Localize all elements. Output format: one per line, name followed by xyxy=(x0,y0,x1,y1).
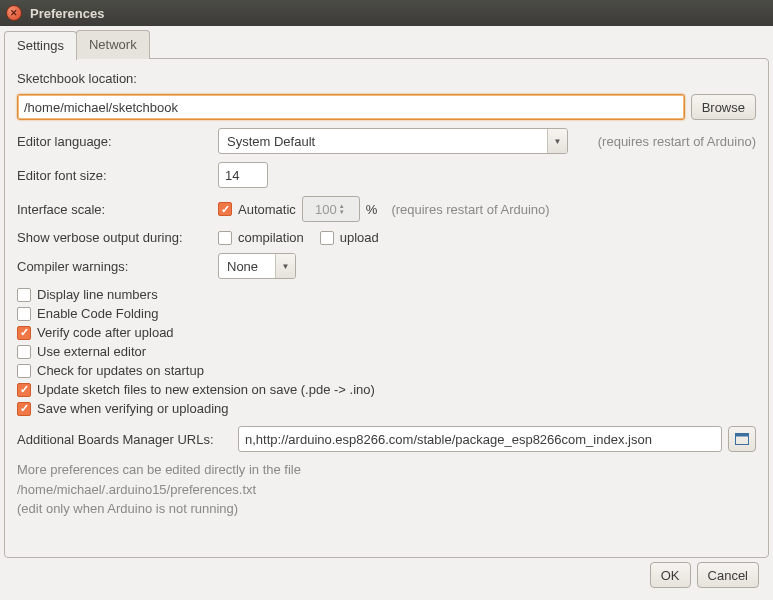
check-updates-checkbox[interactable]: Check for updates on startup xyxy=(17,363,204,378)
close-icon[interactable]: ✕ xyxy=(6,5,22,21)
chevron-down-icon: ▼ xyxy=(547,129,567,153)
editor-font-size-input[interactable] xyxy=(218,162,268,188)
sketchbook-path-input[interactable] xyxy=(17,94,685,120)
use-external-editor-checkbox[interactable]: Use external editor xyxy=(17,344,146,359)
window-icon xyxy=(735,433,749,445)
label-editor-language: Editor language: xyxy=(17,134,212,149)
browse-button[interactable]: Browse xyxy=(691,94,756,120)
label-additional-urls: Additional Boards Manager URLs: xyxy=(17,432,232,447)
pct-label: % xyxy=(366,202,378,217)
verify-after-upload-checkbox[interactable]: Verify code after upload xyxy=(17,325,174,340)
display-line-numbers-checkbox[interactable]: Display line numbers xyxy=(17,287,158,302)
hint-restart-lang: (requires restart of Arduino) xyxy=(598,134,756,149)
interface-scale-spinner[interactable]: ▲▼ xyxy=(302,196,360,222)
label-editor-font: Editor font size: xyxy=(17,168,212,183)
label-verbose: Show verbose output during: xyxy=(17,230,212,245)
label-interface-scale: Interface scale: xyxy=(17,202,212,217)
window-title: Preferences xyxy=(30,6,104,21)
additional-urls-input[interactable] xyxy=(238,426,722,452)
footer-prefs-path: /home/michael/.arduino15/preferences.txt xyxy=(17,480,756,500)
footer-line3: (edit only when Arduino is not running) xyxy=(17,499,756,519)
enable-code-folding-checkbox[interactable]: Enable Code Folding xyxy=(17,306,158,321)
compilation-checkbox[interactable]: compilation xyxy=(218,230,304,245)
hint-restart-scale: (requires restart of Arduino) xyxy=(391,202,549,217)
label-compiler-warnings: Compiler warnings: xyxy=(17,259,212,274)
automatic-checkbox[interactable]: Automatic xyxy=(218,202,296,217)
tab-settings[interactable]: Settings xyxy=(4,31,77,60)
editor-language-select[interactable]: System Default ▼ xyxy=(218,128,568,154)
tab-network[interactable]: Network xyxy=(76,30,150,59)
update-sketch-ext-checkbox[interactable]: Update sketch files to new extension on … xyxy=(17,382,375,397)
title-bar: ✕ Preferences xyxy=(0,0,773,26)
label-sketchbook: Sketchbook location: xyxy=(17,71,137,86)
expand-urls-button[interactable] xyxy=(728,426,756,452)
tab-bar: Settings Network xyxy=(4,30,769,59)
chevron-down-icon: ▼ xyxy=(275,254,295,278)
save-on-verify-checkbox[interactable]: Save when verifying or uploading xyxy=(17,401,229,416)
compiler-warnings-select[interactable]: None ▼ xyxy=(218,253,296,279)
ok-button[interactable]: OK xyxy=(650,562,691,588)
svg-rect-1 xyxy=(736,434,749,437)
upload-checkbox[interactable]: upload xyxy=(320,230,379,245)
cancel-button[interactable]: Cancel xyxy=(697,562,759,588)
settings-panel: Sketchbook location: Browse Editor langu… xyxy=(4,58,769,558)
footer-line1: More preferences can be edited directly … xyxy=(17,460,756,480)
